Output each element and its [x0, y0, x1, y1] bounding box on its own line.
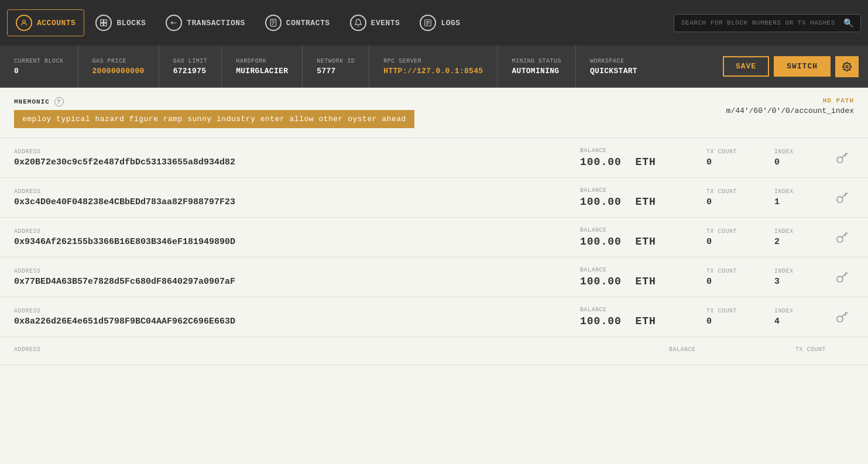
index-label: INDEX — [774, 188, 821, 195]
svg-point-0 — [23, 20, 26, 23]
account-address-col: ADDRESS 0x77BED4A63B57e7828d5Fc680dF8640… — [14, 268, 571, 287]
account-balance-value: 100.00 ETH — [580, 196, 697, 208]
mnemonic-help-icon[interactable]: ? — [54, 97, 64, 106]
index-label: INDEX — [774, 268, 821, 274]
txcount-label: TX COUNT — [706, 228, 765, 235]
save-button[interactable]: SAVE — [723, 56, 769, 77]
network-id-label: NETWORK ID — [317, 58, 355, 64]
account-index-col: INDEX 0 — [774, 149, 821, 167]
svg-line-17 — [846, 153, 848, 154]
account-index-value: 2 — [774, 237, 821, 247]
account-index-col: INDEX 2 — [774, 228, 821, 247]
svg-line-18 — [845, 155, 846, 156]
search-input[interactable] — [681, 19, 839, 26]
current-block-value: 0 — [14, 67, 64, 75]
network-id-value: 5777 — [317, 67, 355, 75]
nav-logs-label: LOGS — [441, 19, 460, 28]
hd-path-section: HD PATH m/44'/60'/0'/0/account_index — [726, 97, 854, 115]
svg-point-13 — [846, 66, 848, 68]
hardfork-label: HARDFORK — [236, 58, 288, 64]
nav-accounts[interactable]: ACCOUNTS — [7, 9, 84, 36]
svg-rect-1 — [101, 20, 104, 23]
account-row: ADDRESS 0x9346Af262155b3366B16E803B346eF… — [0, 218, 868, 257]
current-block-item: CURRENT BLOCK 0 — [0, 46, 78, 87]
nav-blocks[interactable]: BLOCKS — [87, 9, 155, 36]
key-icon — [836, 271, 849, 284]
account-index-col: INDEX 3 — [774, 268, 821, 287]
account-address-col: ADDRESS 0x3c4D0e40F048238e4CBbEDd783aa82… — [14, 188, 571, 207]
txcount-label: TX COUNT — [795, 346, 854, 353]
account-index-col: INDEX 4 — [774, 308, 821, 326]
gas-limit-item: GAS LIMIT 6721975 — [159, 46, 222, 87]
contracts-icon — [265, 15, 282, 31]
rpc-server-value: HTTP://127.0.0.1:8545 — [383, 67, 483, 75]
account-index-value: 0 — [774, 157, 821, 167]
balance-label: BALANCE — [580, 227, 697, 233]
account-row: ADDRESS 0x3c4D0e40F048238e4CBbEDd783aa82… — [0, 178, 868, 218]
index-label: INDEX — [774, 308, 821, 314]
account-address-col: ADDRESS 0x9346Af262155b3366B16E803B346eF… — [14, 228, 571, 247]
hd-path-label: HD PATH — [726, 97, 854, 104]
nav-logs[interactable]: LOGS — [411, 9, 469, 36]
hardfork-value: MUIRGLACIER — [236, 67, 288, 75]
account-address-col: ADDRESS 0x20B72e30c9c5f2e487dfbDc5313365… — [14, 149, 571, 167]
account-address: 0x3c4D0e40F048238e4CBbEDd783aa82F988797F… — [14, 197, 571, 207]
svg-line-27 — [846, 232, 848, 233]
address-label: ADDRESS — [14, 188, 571, 195]
account-address: 0x9346Af262155b3366B16E803B346eF18194989… — [14, 237, 571, 247]
mining-status-value: AUTOMINING — [512, 67, 561, 75]
account-balance-col: BALANCE — [669, 346, 786, 355]
logs-icon — [420, 15, 436, 31]
account-row: ADDRESS 0x77BED4A63B57e7828d5Fc680dF8640… — [0, 257, 868, 297]
account-balance-value: 100.00 ETH — [580, 156, 697, 168]
index-label: INDEX — [774, 149, 821, 155]
switch-button[interactable]: SWITCH — [774, 56, 831, 77]
svg-line-28 — [845, 235, 846, 236]
nav-contracts[interactable]: CONTRACTS — [256, 9, 339, 36]
account-address-col: ADDRESS 0x8a226d26E4e651d5798F9BC04AAF96… — [14, 308, 571, 326]
mining-status-item: MINING STATUS AUTOMINING — [498, 46, 576, 87]
address-label: ADDRESS — [14, 268, 571, 274]
accounts-icon — [16, 15, 32, 31]
search-icon[interactable]: 🔍 — [843, 18, 853, 28]
account-address: 0x20B72e30c9c5f2e487dfbDc53133655a8d934d… — [14, 157, 571, 167]
top-navigation: ACCOUNTS BLOCKS TRANSACTIONS CONTRACTS — [0, 0, 868, 46]
nav-blocks-label: BLOCKS — [116, 19, 146, 28]
svg-line-32 — [846, 272, 848, 273]
nav-transactions[interactable]: TRANSACTIONS — [157, 9, 254, 36]
mining-status-label: MINING STATUS — [512, 58, 561, 64]
account-key-button[interactable] — [831, 191, 854, 204]
svg-line-38 — [845, 314, 846, 315]
settings-button[interactable] — [835, 56, 859, 77]
network-id-item: NETWORK ID 5777 — [303, 46, 369, 87]
gas-price-value: 20000000000 — [92, 67, 145, 75]
account-balance-value: 100.00 ETH — [580, 236, 697, 248]
account-key-button[interactable] — [831, 311, 854, 324]
svg-line-33 — [845, 274, 846, 276]
txcount-label: TX COUNT — [706, 149, 765, 155]
gear-icon — [842, 62, 852, 71]
account-txcount-value: 0 — [706, 197, 765, 207]
txcount-label: TX COUNT — [706, 268, 765, 274]
svg-line-23 — [845, 195, 846, 196]
address-label: ADDRESS — [14, 308, 571, 314]
account-key-button[interactable] — [831, 152, 854, 164]
account-txcount-col: TX COUNT 0 — [706, 228, 765, 247]
mnemonic-label-text: MNEMONIC — [14, 98, 50, 105]
account-row: ADDRESS BALANCE TX COUNT — [0, 337, 868, 365]
account-key-button[interactable] — [831, 231, 854, 244]
account-balance-col: BALANCE 100.00 ETH — [580, 147, 697, 168]
account-key-button[interactable] — [831, 271, 854, 284]
nav-events[interactable]: EVENTS — [341, 9, 409, 36]
account-balance-value: 100.00 ETH — [580, 315, 697, 327]
balance-label: BALANCE — [580, 147, 697, 154]
account-row: ADDRESS 0x20B72e30c9c5f2e487dfbDc5313365… — [0, 138, 868, 178]
balance-label: BALANCE — [669, 346, 786, 353]
account-index-col: INDEX 1 — [774, 188, 821, 207]
txcount-label: TX COUNT — [706, 308, 765, 314]
account-address-col: ADDRESS — [14, 346, 660, 355]
status-bar: CURRENT BLOCK 0 GAS PRICE 20000000000 GA… — [0, 46, 868, 88]
balance-label: BALANCE — [580, 267, 697, 273]
workspace-item: WORKSPACE QUICKSTART — [576, 46, 651, 87]
balance-label: BALANCE — [580, 307, 697, 313]
